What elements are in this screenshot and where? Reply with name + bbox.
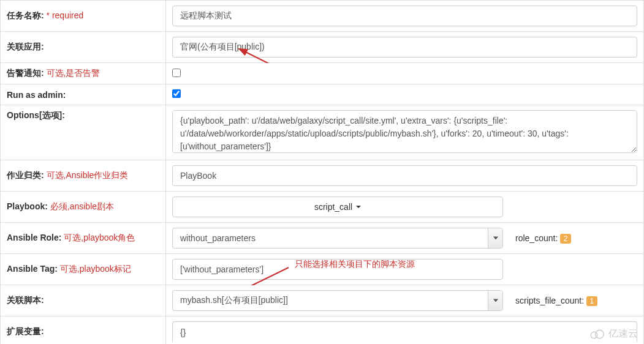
label-text: Ansible Tag: [7,264,58,274]
label-text: Run as admin: [7,90,66,100]
label-text: Playbook: [7,201,48,211]
job-class-input[interactable] [172,165,637,186]
scripts-file-count: scripts_file_count: 1 [515,296,597,306]
role-count-badge: 2 [560,234,571,244]
label-alarm: 告警通知: 可选,是否告警 [1,63,166,84]
chevron-down-icon [488,291,502,310]
alarm-checkbox[interactable] [172,69,181,77]
label-run-admin: Run as admin: [1,84,166,105]
related-script-value: mybash.sh[公有项目[public]] [173,291,488,310]
label-ansible-tag: Ansible Tag: 可选,playbook标记 [1,254,166,285]
ext-vars-input[interactable] [172,321,637,342]
label-text: 任务名称: [7,10,44,20]
label-ansible-role: Ansible Role: 可选,playbook角色 [1,223,166,254]
role-count: role_count: 2 [515,233,571,244]
label-text: 作业归类: [7,170,44,180]
playbook-value: script_call [314,202,352,212]
label-playbook: Playbook: 必须,ansible剧本 [1,192,166,223]
task-name-input[interactable] [172,6,637,26]
label-text: 关联应用: [7,42,44,51]
scripts-count-label: scripts_file_count: [515,296,584,305]
label-related-app: 关联应用: [1,32,166,63]
label-text: Options[选项]: [7,110,65,120]
label-ext-vars: 扩展变量: [1,316,166,345]
label-text: Ansible Role: [7,233,61,242]
label-job-class: 作业归类: 可选,Ansible作业归类 [1,160,166,192]
label-hint: 可选,是否告警 [47,68,100,78]
related-app-input[interactable] [172,37,637,58]
label-task-name: 任务名称: * required [1,1,166,32]
required-marker: * required [47,10,84,20]
label-options: Options[选项]: [1,105,166,160]
label-hint: 可选,playbook角色 [64,233,135,242]
related-script-select[interactable]: mybash.sh[公有项目[public]] [172,290,503,311]
ansible-role-select[interactable]: without_parameters [172,228,503,249]
label-text: 告警通知: [7,68,44,78]
scripts-count-badge: 1 [586,296,597,306]
options-textarea[interactable] [172,110,637,153]
ansible-tag-input[interactable] [172,259,503,280]
ansible-role-value: without_parameters [173,228,488,248]
label-hint: 可选,playbook标记 [60,264,131,274]
role-count-label: role_count: [515,233,558,243]
label-text: 关联脚本: [7,295,44,305]
chevron-down-icon [356,206,361,208]
label-related-script: 关联脚本: [1,285,166,316]
label-hint: 可选,Ansible作业归类 [47,170,129,180]
label-hint: 必须,ansible剧本 [50,201,114,211]
label-text: 扩展变量: [7,326,44,336]
playbook-dropdown[interactable]: script_call [172,196,503,217]
run-admin-checkbox[interactable] [172,89,181,98]
config-form-table: 任务名称: * required 关联应用: 只能选择相关项目下的应用 告警通知… [0,0,644,344]
chevron-down-icon [488,228,502,248]
